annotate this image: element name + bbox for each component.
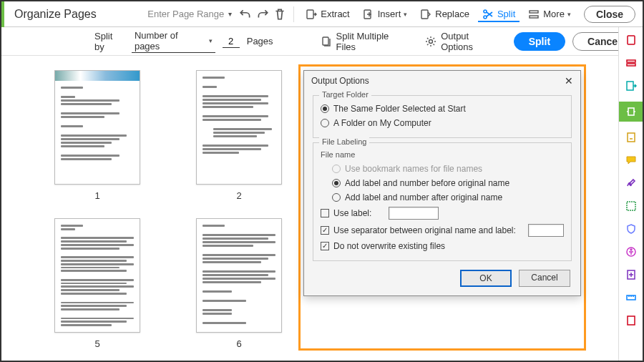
svg-point-8 — [429, 39, 433, 43]
title-text: Organize Pages — [14, 8, 97, 21]
checkbox-icon — [321, 226, 329, 235]
split-mode-value: Number of pages — [135, 30, 205, 52]
dialog-title-text: Output Options — [311, 76, 369, 86]
split-icon — [482, 9, 494, 20]
gear-icon — [425, 36, 436, 47]
svg-rect-11 — [627, 64, 635, 66]
pages-label: Pages — [247, 36, 273, 47]
tool-create-pdf-icon[interactable] — [624, 56, 638, 70]
split-mode-select[interactable]: Number of pages ▾ — [132, 29, 215, 53]
more-button[interactable]: More ▾ — [524, 6, 575, 22]
radio-icon — [332, 165, 341, 173]
split-action-button[interactable]: Split — [514, 32, 565, 51]
split-button[interactable]: Split — [478, 6, 519, 22]
thumbnail[interactable]: 5 — [44, 218, 150, 349]
svg-rect-9 — [628, 36, 635, 44]
split-label: Split — [497, 9, 515, 19]
chevron-down-icon: ▾ — [567, 11, 571, 18]
output-options-button[interactable]: Output Options — [421, 29, 507, 54]
radio-icon — [321, 104, 329, 113]
extract-button[interactable]: Extract — [301, 6, 353, 22]
workspace: 1 2 5 — [1, 56, 618, 361]
replace-label: Replace — [435, 9, 469, 19]
radio-label: A Folder on My Computer — [333, 118, 431, 128]
label-after-radio[interactable]: Add label and number after original name — [332, 190, 564, 205]
tool-sign-icon[interactable] — [624, 176, 638, 190]
svg-point-4 — [484, 16, 487, 19]
separator — [293, 6, 294, 22]
accent-bar — [1, 1, 4, 27]
tool-measure-icon[interactable] — [624, 290, 638, 305]
page-preview — [54, 70, 140, 185]
svg-rect-13 — [628, 108, 634, 115]
ok-button[interactable]: OK — [460, 270, 512, 287]
cancel-button[interactable]: Cancel — [519, 270, 570, 287]
output-options-dialog: Output Options ✕ Target Folder The Same … — [303, 70, 581, 296]
pages-count-input[interactable] — [223, 35, 240, 48]
target-computer-radio[interactable]: A Folder on My Computer — [321, 116, 564, 130]
svg-point-3 — [484, 10, 487, 13]
svg-rect-2 — [421, 10, 428, 19]
tool-protect-icon[interactable] — [624, 222, 638, 236]
more-icon — [528, 9, 540, 20]
bookmark-names-radio[interactable]: Use bookmark names for file names — [332, 162, 564, 176]
insert-label: Insert — [378, 9, 401, 19]
output-options-label: Output Options — [441, 31, 502, 52]
redo-icon[interactable] — [256, 8, 269, 21]
chevron-down-icon: ▾ — [209, 37, 213, 44]
checkbox-label: Use separator between original name and … — [333, 225, 516, 235]
group-title: File Labeling — [319, 137, 369, 146]
checkbox-label: Use label: — [333, 208, 371, 218]
replace-button[interactable]: Replace — [416, 6, 474, 22]
svg-rect-6 — [530, 16, 538, 18]
thumbnail[interactable]: 2 — [186, 70, 292, 201]
close-button[interactable]: Close — [584, 6, 635, 23]
tool-accessibility-icon[interactable] — [624, 245, 638, 259]
svg-rect-10 — [627, 60, 635, 62]
tool-fill-sign-icon[interactable] — [624, 130, 638, 145]
svg-rect-12 — [627, 82, 633, 90]
page-number: 5 — [94, 338, 99, 349]
tool-organize-pages-icon[interactable] — [619, 102, 643, 122]
split-multiple-button[interactable]: Split Multiple Files — [316, 29, 414, 54]
undo-icon[interactable] — [239, 8, 252, 21]
split-options-bar: Split by Number of pages ▾ Pages Split M… — [1, 27, 643, 56]
no-overwrite-checkbox[interactable]: Do not overwrite existing files — [321, 239, 564, 253]
tool-export-pdf-icon[interactable] — [624, 33, 638, 47]
label-before-radio[interactable]: Add label and number before original nam… — [332, 176, 564, 190]
files-icon — [321, 36, 332, 47]
split-multiple-label: Split Multiple Files — [336, 31, 410, 52]
top-toolbar: Organize Pages Enter Page Range ▾ Extrac… — [1, 1, 643, 27]
page-preview — [54, 218, 140, 333]
radio-label: Add label and number before original nam… — [345, 178, 509, 188]
checkbox-icon — [321, 209, 329, 217]
svg-rect-20 — [628, 316, 635, 325]
replace-icon — [420, 9, 431, 20]
radio-icon — [332, 193, 341, 202]
page-number: 1 — [94, 190, 99, 201]
radio-label: Use bookmark names for file names — [345, 164, 482, 174]
target-same-radio[interactable]: The Same Folder Selected at Start — [321, 102, 564, 116]
tool-edit-pdf-icon[interactable] — [624, 79, 638, 93]
dialog-titlebar: Output Options ✕ — [304, 71, 580, 91]
radio-icon — [321, 119, 329, 127]
thumbnail[interactable]: 1 — [44, 70, 150, 201]
tool-comment-icon[interactable] — [624, 153, 638, 167]
trash-icon[interactable] — [273, 8, 286, 21]
thumbnail[interactable]: 6 — [186, 218, 292, 349]
split-by-label: Split by — [94, 31, 125, 52]
tool-last-icon[interactable] — [624, 313, 638, 328]
separator-input[interactable] — [528, 224, 564, 237]
file-name-title: File name — [321, 150, 564, 159]
label-input[interactable] — [389, 207, 439, 220]
close-icon[interactable]: ✕ — [565, 75, 573, 87]
page-number: 6 — [236, 338, 241, 349]
tool-stamp-icon[interactable] — [624, 199, 638, 213]
use-label-checkbox[interactable]: Use label: — [321, 205, 564, 222]
tool-more-icon[interactable] — [624, 268, 638, 282]
page-range-dropdown[interactable]: Enter Page Range ▾ — [145, 7, 235, 21]
svg-point-17 — [630, 249, 632, 250]
use-separator-checkbox[interactable]: Use separator between original name and … — [321, 222, 564, 239]
insert-button[interactable]: Insert ▾ — [358, 6, 412, 22]
svg-rect-5 — [530, 11, 538, 13]
